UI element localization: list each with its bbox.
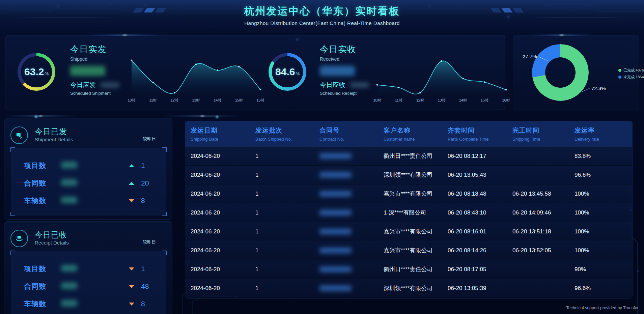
shipped-gauge: 63.2 % <box>18 53 55 91</box>
cell-contract-no <box>319 285 384 291</box>
column-title-en: Delivery rate <box>575 137 632 142</box>
column-title-zh: 发运日期 <box>191 126 255 135</box>
compare-yesterday-label: 较昨日 <box>143 136 156 142</box>
table-row: 2024-06-201深圳领****有限公司06-20 13:05:4396.6… <box>185 166 632 184</box>
cell-shipping-date: 2024-06-20 <box>191 209 255 216</box>
cell-shipping-date: 2024-06-20 <box>191 285 255 292</box>
cell-delivery-rate: 96.6% <box>575 285 632 292</box>
shipment-details-header: 今日已发 Shipment Details 较昨日 <box>4 118 172 147</box>
scheduled-shipment-label: 今日应发 <box>70 81 96 89</box>
table-header-row: 发运日期Shipping Date发运批次Batch Shipped No.合同… <box>185 121 632 147</box>
table-body: 2024-06-201衢州日****责任公司06-20 08:12:1783.8… <box>185 147 632 298</box>
cell-batch-no: 1 <box>255 209 319 216</box>
cell-batch-no: 1 <box>255 153 319 160</box>
cell-customer-name: 衢州日****责任公司 <box>384 265 448 273</box>
received-gauge-value: 84.6 % <box>269 53 306 91</box>
received-trend-chart: 10时11时12时13时14时15时16时 <box>372 56 511 105</box>
stat-value-blurred <box>61 197 77 203</box>
column-title-en: Parts Complete Time <box>448 137 512 142</box>
receipt-details-box: 项目数1合同数48车辆数8 <box>11 251 166 314</box>
percent-sign: % <box>45 71 49 76</box>
header-line-decor <box>529 18 631 18</box>
cell-parts-complete-time: 06-20 08:14:26 <box>448 247 512 254</box>
shipment-details-subtitle: Shipment Details <box>35 137 73 142</box>
stat-value-blurred <box>61 300 77 307</box>
donut-card: 27.7% 72.3% 已完成 4876未完成 1864 <box>513 35 639 110</box>
svg-text:14时: 14时 <box>214 98 221 102</box>
shipped-trend-chart: 10时11时12时13时14时15时16时 <box>127 56 265 105</box>
column-title-en: Shipping Date <box>191 137 255 142</box>
scheduled-receipt-label: 今日应收 <box>320 81 345 89</box>
column-title-zh: 客户名称 <box>384 126 448 135</box>
stat-delta-value: 8 <box>136 197 160 205</box>
cell-parts-complete-time: 06-20 08:12:17 <box>448 153 512 160</box>
legend-item: 已完成 4876 <box>618 68 644 73</box>
cell-contract-no <box>319 172 384 178</box>
stat-value-blurred <box>61 282 77 289</box>
svg-text:15时: 15时 <box>481 98 488 102</box>
cell-contract-no <box>319 153 384 159</box>
shipped-gauge-number: 63.2 <box>24 66 44 78</box>
shipped-title: 今日实发 <box>70 44 138 55</box>
contract-value-blurred <box>319 210 352 216</box>
cell-batch-no: 1 <box>255 247 319 254</box>
kpi-card: 63.2 % 今日实发 Shipped 今日应发 Scheduled Shipm… <box>5 35 505 110</box>
table-row: 2024-06-201深圳领****有限公司06-20 13:05:3996.6… <box>185 279 632 298</box>
stat-row: 合同数20 <box>11 174 166 192</box>
receipt-details-panel: 今日已收 Receipt Details 较昨日 项目数1合同数48车辆数8 <box>4 221 172 314</box>
column-title-zh: 发运率 <box>575 126 632 135</box>
cell-shipping-date: 2024-06-20 <box>191 228 255 235</box>
header-line-decor <box>13 18 115 18</box>
svg-text:12时: 12时 <box>171 98 178 102</box>
scheduled-shipment-value-blurred <box>101 82 119 88</box>
column-title-en: Contract No. <box>319 137 384 142</box>
stat-row: 合同数48 <box>11 278 166 295</box>
stat-delta-value: 8 <box>136 300 160 308</box>
svg-text:10时: 10时 <box>128 98 135 102</box>
page-title: 杭州发运中心（华东）实时看板 <box>0 4 644 18</box>
shipment-details-title: 今日已发 <box>35 126 67 137</box>
svg-text:12时: 12时 <box>416 98 424 102</box>
received-title: 今日实收 <box>320 44 387 55</box>
shipment-table-card: 发运日期Shipping Date发运批次Batch Shipped No.合同… <box>185 121 633 298</box>
cell-batch-no: 1 <box>255 285 319 292</box>
arrow-down-icon <box>129 303 134 306</box>
stat-row: 车辆数8 <box>11 192 166 209</box>
cell-batch-no: 1 <box>255 228 319 235</box>
stat-delta-value: 20 <box>136 179 160 187</box>
legend-label: 未完成 1864 <box>623 75 644 80</box>
svg-text:14时: 14时 <box>459 98 467 102</box>
light-streak <box>0 115 94 117</box>
receipt-details-title: 今日已收 <box>35 230 67 240</box>
cell-parts-complete-time: 06-20 08:43:10 <box>448 209 512 216</box>
percent-sign: % <box>296 71 300 76</box>
cell-parts-complete-time: 06-20 08:18:48 <box>448 191 512 197</box>
cell-shipping-date: 2024-06-20 <box>191 247 255 254</box>
cell-delivery-rate: 90% <box>575 266 632 273</box>
table-column-header: 客户名称Customer name <box>384 126 448 142</box>
contract-value-blurred <box>319 153 352 159</box>
header-slash-decor-left <box>134 8 165 12</box>
svg-text:11时: 11时 <box>149 98 157 102</box>
table-row: 2024-06-201衢州日****责任公司06-20 08:12:1783.8… <box>185 147 632 166</box>
stat-value-blurred <box>61 162 77 168</box>
cell-parts-complete-time: 06-20 08:17:05 <box>448 266 512 273</box>
receipt-details-subtitle: Receipt Details <box>35 240 69 246</box>
svg-text:10时: 10时 <box>373 98 381 102</box>
table-row: 2024-06-201嘉兴市****有限公司06-20 08:16:0106-2… <box>185 222 632 241</box>
stat-label: 项目数 <box>24 264 61 274</box>
column-title-zh: 合同号 <box>319 126 384 135</box>
svg-text:11时: 11时 <box>395 98 402 102</box>
cell-contract-no <box>319 210 384 216</box>
cell-batch-no: 1 <box>255 172 319 178</box>
contract-value-blurred <box>319 172 352 178</box>
package-receive-icon <box>10 230 28 247</box>
legend-label: 已完成 4876 <box>623 68 644 73</box>
stat-label: 合同数 <box>24 178 61 188</box>
shipped-gauge-value: 63.2 % <box>18 53 55 91</box>
cell-customer-name: 衢州日****责任公司 <box>384 152 448 160</box>
stat-label: 车辆数 <box>24 196 61 205</box>
donut-legend: 已完成 4876未完成 1864 <box>618 68 644 80</box>
cell-parts-complete-time: 06-20 08:16:01 <box>448 228 512 235</box>
column-title-en: Shipping Time <box>512 137 575 142</box>
